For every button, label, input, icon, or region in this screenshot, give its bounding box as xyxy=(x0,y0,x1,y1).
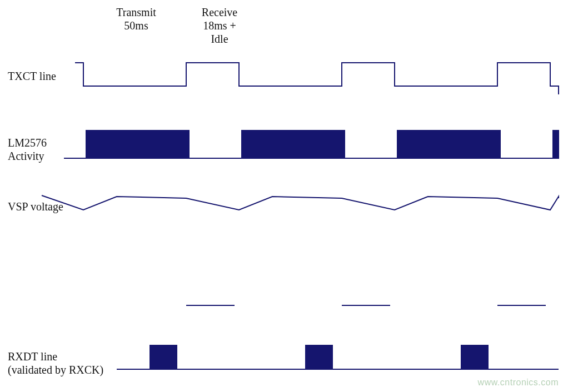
svg-rect-2 xyxy=(242,130,345,158)
timing-diagram xyxy=(0,0,563,392)
svg-rect-11 xyxy=(461,345,488,369)
watermark: www.cntronics.com xyxy=(478,378,559,388)
waveform-rxdt xyxy=(117,345,559,369)
svg-rect-9 xyxy=(150,345,177,369)
svg-rect-10 xyxy=(306,345,332,369)
svg-rect-3 xyxy=(397,130,500,158)
svg-rect-1 xyxy=(86,130,189,158)
svg-rect-4 xyxy=(553,130,559,158)
waveform-txct xyxy=(75,63,559,94)
waveform-lm2576 xyxy=(64,130,559,158)
waveform-vsp xyxy=(42,195,559,210)
